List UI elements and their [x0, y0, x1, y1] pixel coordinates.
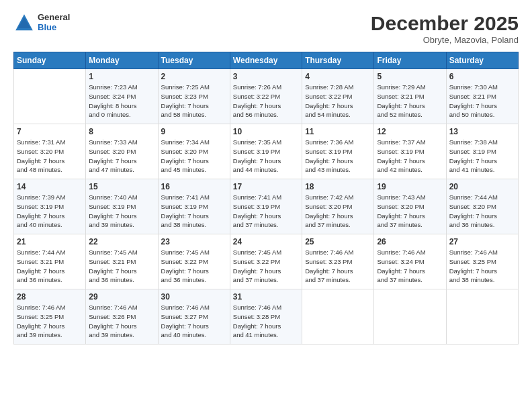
logo-general: General: [38, 13, 70, 23]
header: General Blue December 2025 Obryte, Mazov…: [13, 12, 519, 45]
day-number: 22: [89, 237, 154, 246]
day-info: Sunrise: 7:46 AMSunset: 3:23 PMDaylight:…: [305, 248, 371, 285]
month-title: December 2025: [371, 12, 519, 35]
day-number: 2: [161, 72, 227, 81]
header-day-monday: Monday: [86, 52, 158, 69]
header-day-tuesday: Tuesday: [158, 52, 230, 69]
day-info: Sunrise: 7:39 AMSunset: 3:19 PMDaylight:…: [17, 193, 83, 230]
day-info: Sunrise: 7:29 AMSunset: 3:21 PMDaylight:…: [377, 83, 443, 120]
day-info: Sunrise: 7:23 AMSunset: 3:24 PMDaylight:…: [89, 83, 154, 120]
day-number: 27: [449, 237, 515, 246]
calendar-header: SundayMondayTuesdayWednesdayThursdayFrid…: [14, 52, 519, 69]
day-number: 28: [17, 292, 83, 302]
day-info: Sunrise: 7:36 AMSunset: 3:19 PMDaylight:…: [305, 138, 371, 175]
day-number: 25: [305, 237, 371, 246]
day-cell: 4Sunrise: 7:28 AMSunset: 3:22 PMDaylight…: [302, 69, 374, 124]
day-cell: 10Sunrise: 7:35 AMSunset: 3:19 PMDayligh…: [230, 124, 302, 179]
day-cell: 29Sunrise: 7:46 AMSunset: 3:26 PMDayligh…: [86, 289, 158, 345]
day-info: Sunrise: 7:37 AMSunset: 3:19 PMDaylight:…: [377, 138, 443, 175]
day-info: Sunrise: 7:31 AMSunset: 3:20 PMDaylight:…: [17, 138, 83, 175]
logo: General Blue: [13, 12, 70, 34]
day-info: Sunrise: 7:26 AMSunset: 3:22 PMDaylight:…: [233, 83, 299, 120]
header-day-sunday: Sunday: [14, 52, 86, 69]
day-info: Sunrise: 7:25 AMSunset: 3:23 PMDaylight:…: [161, 83, 227, 120]
day-cell: 30Sunrise: 7:46 AMSunset: 3:27 PMDayligh…: [158, 289, 230, 345]
day-number: 14: [17, 182, 83, 191]
page: General Blue December 2025 Obryte, Mazov…: [0, 0, 532, 411]
day-info: Sunrise: 7:33 AMSunset: 3:20 PMDaylight:…: [89, 138, 154, 175]
day-cell: 31Sunrise: 7:46 AMSunset: 3:28 PMDayligh…: [230, 289, 302, 345]
day-info: Sunrise: 7:41 AMSunset: 3:19 PMDaylight:…: [233, 193, 299, 230]
day-number: 7: [17, 127, 83, 136]
day-cell: 17Sunrise: 7:41 AMSunset: 3:19 PMDayligh…: [230, 179, 302, 234]
day-number: 30: [161, 292, 227, 302]
day-cell: 5Sunrise: 7:29 AMSunset: 3:21 PMDaylight…: [374, 69, 446, 124]
day-number: 26: [377, 237, 443, 246]
day-number: 10: [233, 127, 299, 136]
day-cell: 2Sunrise: 7:25 AMSunset: 3:23 PMDaylight…: [158, 69, 230, 124]
logo-icon: [13, 12, 35, 34]
day-cell: 24Sunrise: 7:45 AMSunset: 3:22 PMDayligh…: [230, 234, 302, 289]
day-number: 24: [233, 237, 299, 246]
day-number: 1: [89, 72, 154, 81]
header-day-saturday: Saturday: [446, 52, 518, 69]
day-cell: 26Sunrise: 7:46 AMSunset: 3:24 PMDayligh…: [374, 234, 446, 289]
day-number: 20: [449, 182, 515, 191]
day-info: Sunrise: 7:42 AMSunset: 3:20 PMDaylight:…: [305, 193, 371, 230]
day-cell: 11Sunrise: 7:36 AMSunset: 3:19 PMDayligh…: [302, 124, 374, 179]
week-row-1: 7Sunrise: 7:31 AMSunset: 3:20 PMDaylight…: [14, 124, 519, 179]
day-cell: 25Sunrise: 7:46 AMSunset: 3:23 PMDayligh…: [302, 234, 374, 289]
day-number: 6: [449, 72, 515, 81]
calendar-table: SundayMondayTuesdayWednesdayThursdayFrid…: [13, 52, 519, 345]
day-cell: 9Sunrise: 7:34 AMSunset: 3:20 PMDaylight…: [158, 124, 230, 179]
day-info: Sunrise: 7:34 AMSunset: 3:20 PMDaylight:…: [161, 138, 227, 175]
logo-text: General Blue: [38, 13, 70, 33]
day-cell: 3Sunrise: 7:26 AMSunset: 3:22 PMDaylight…: [230, 69, 302, 124]
header-row: SundayMondayTuesdayWednesdayThursdayFrid…: [14, 52, 519, 69]
day-number: 21: [17, 237, 83, 246]
day-cell: 14Sunrise: 7:39 AMSunset: 3:19 PMDayligh…: [14, 179, 86, 234]
day-cell: 27Sunrise: 7:46 AMSunset: 3:25 PMDayligh…: [446, 234, 518, 289]
day-info: Sunrise: 7:46 AMSunset: 3:28 PMDaylight:…: [233, 303, 299, 340]
day-info: Sunrise: 7:45 AMSunset: 3:22 PMDaylight:…: [233, 248, 299, 285]
day-cell: 20Sunrise: 7:44 AMSunset: 3:20 PMDayligh…: [446, 179, 518, 234]
day-number: 3: [233, 72, 299, 81]
day-number: 11: [305, 127, 371, 136]
week-row-2: 14Sunrise: 7:39 AMSunset: 3:19 PMDayligh…: [14, 179, 519, 234]
logo-blue: Blue: [38, 23, 70, 33]
day-info: Sunrise: 7:30 AMSunset: 3:21 PMDaylight:…: [449, 83, 515, 120]
day-cell: 1Sunrise: 7:23 AMSunset: 3:24 PMDaylight…: [86, 69, 158, 124]
day-info: Sunrise: 7:28 AMSunset: 3:22 PMDaylight:…: [305, 83, 371, 120]
day-cell: 16Sunrise: 7:41 AMSunset: 3:19 PMDayligh…: [158, 179, 230, 234]
header-day-wednesday: Wednesday: [230, 52, 302, 69]
header-day-friday: Friday: [374, 52, 446, 69]
subtitle: Obryte, Mazovia, Poland: [371, 35, 519, 45]
day-number: 23: [161, 237, 227, 246]
day-number: 29: [89, 292, 154, 302]
header-day-thursday: Thursday: [302, 52, 374, 69]
day-info: Sunrise: 7:45 AMSunset: 3:22 PMDaylight:…: [161, 248, 227, 285]
day-cell: 15Sunrise: 7:40 AMSunset: 3:19 PMDayligh…: [86, 179, 158, 234]
day-cell: 6Sunrise: 7:30 AMSunset: 3:21 PMDaylight…: [446, 69, 518, 124]
calendar-body: 1Sunrise: 7:23 AMSunset: 3:24 PMDaylight…: [14, 69, 519, 345]
day-cell: 22Sunrise: 7:45 AMSunset: 3:21 PMDayligh…: [86, 234, 158, 289]
day-number: 19: [377, 182, 443, 191]
day-cell: [446, 289, 518, 345]
day-number: 8: [89, 127, 154, 136]
day-number: 15: [89, 182, 154, 191]
day-cell: 7Sunrise: 7:31 AMSunset: 3:20 PMDaylight…: [14, 124, 86, 179]
day-info: Sunrise: 7:41 AMSunset: 3:19 PMDaylight:…: [161, 193, 227, 230]
day-info: Sunrise: 7:46 AMSunset: 3:26 PMDaylight:…: [89, 303, 154, 340]
day-info: Sunrise: 7:46 AMSunset: 3:27 PMDaylight:…: [161, 303, 227, 340]
day-info: Sunrise: 7:46 AMSunset: 3:25 PMDaylight:…: [17, 303, 83, 340]
day-number: 12: [377, 127, 443, 136]
day-cell: 21Sunrise: 7:44 AMSunset: 3:21 PMDayligh…: [14, 234, 86, 289]
day-info: Sunrise: 7:35 AMSunset: 3:19 PMDaylight:…: [233, 138, 299, 175]
day-cell: 8Sunrise: 7:33 AMSunset: 3:20 PMDaylight…: [86, 124, 158, 179]
day-info: Sunrise: 7:40 AMSunset: 3:19 PMDaylight:…: [89, 193, 154, 230]
day-number: 5: [377, 72, 443, 81]
day-info: Sunrise: 7:46 AMSunset: 3:24 PMDaylight:…: [377, 248, 443, 285]
day-info: Sunrise: 7:43 AMSunset: 3:20 PMDaylight:…: [377, 193, 443, 230]
day-info: Sunrise: 7:45 AMSunset: 3:21 PMDaylight:…: [89, 248, 154, 285]
week-row-3: 21Sunrise: 7:44 AMSunset: 3:21 PMDayligh…: [14, 234, 519, 289]
